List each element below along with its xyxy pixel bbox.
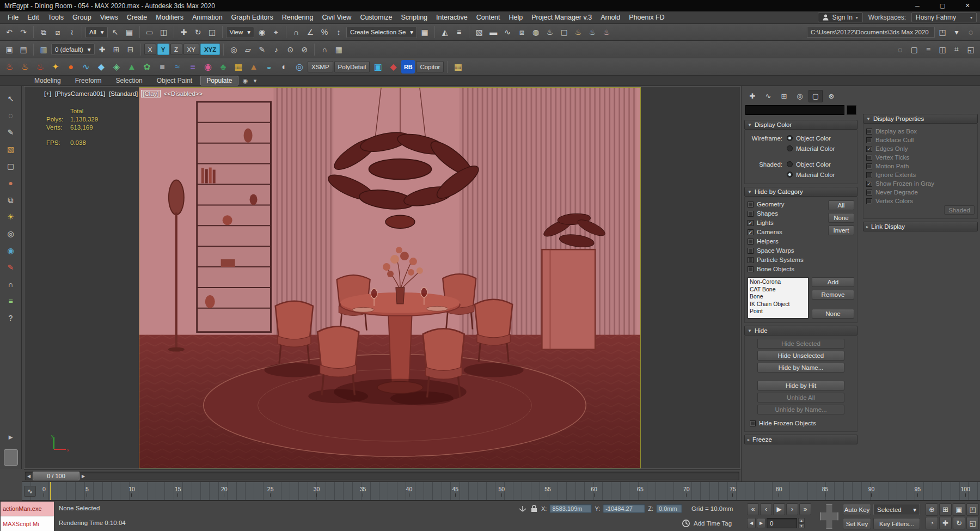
workspace-extra-icon[interactable]: ▾	[950, 26, 963, 39]
category-checkbox[interactable]: Lights	[748, 218, 825, 227]
create-new-layer-icon[interactable]: ✚	[96, 43, 109, 56]
plugin-burn-icon[interactable]: ♨	[33, 60, 47, 74]
schematic-view-icon[interactable]: ⧈	[515, 26, 528, 39]
rendered-frame-window-icon[interactable]: ▢	[558, 26, 571, 39]
plugin-terrain-icon[interactable]: ▲	[247, 60, 261, 74]
menu-item[interactable]: Edit	[23, 14, 44, 21]
category-list-item[interactable]: Bone	[750, 293, 806, 301]
maximize-viewport-toggle-icon[interactable]: ◱	[966, 517, 979, 529]
axis-constraint-xy-button[interactable]: XY	[183, 44, 199, 55]
select-and-link-icon[interactable]: ⧉	[37, 26, 50, 39]
snaps-toggle-icon[interactable]: ∩	[290, 26, 303, 39]
plugin-spark-icon[interactable]: ✦	[48, 60, 63, 74]
strip-paint-icon[interactable]: ✎	[5, 261, 17, 273]
angle-snap-toggle-icon[interactable]: ∠	[304, 26, 317, 39]
viewport-menu-renderer[interactable]: [Standard]	[109, 90, 138, 97]
category-add-button[interactable]: Add	[812, 277, 854, 287]
menu-item[interactable]: Tools	[44, 14, 68, 21]
vertex-colors-shaded-button[interactable]: Shaded	[944, 205, 975, 215]
plugin-tree-icon[interactable]: ▲	[125, 60, 139, 74]
strip-script-icon[interactable]: ≡	[5, 295, 17, 307]
wireframe-material-color-radio[interactable]: Material Color	[787, 144, 854, 152]
plugin-fire-icon[interactable]: ♨	[3, 60, 17, 74]
workspace-dropdown[interactable]: Hosny Fahmy ▾	[911, 13, 977, 22]
category-listbox[interactable]: Non-CoronaCAT BoneBoneIK Chain ObjectPoi…	[748, 277, 808, 319]
reference-coordinate-system-dropdown[interactable]: View▾	[226, 27, 255, 38]
category-checkbox[interactable]: Geometry	[748, 200, 825, 209]
auto-key-button[interactable]: Auto Key	[843, 504, 871, 515]
redo-icon[interactable]: ↷	[17, 26, 30, 39]
category-remove-button[interactable]: Remove	[812, 290, 854, 300]
selection-lock-toggle-icon[interactable]: ▣	[3, 43, 16, 56]
menu-item[interactable]: Modifiers	[151, 14, 188, 21]
hide-header[interactable]: ▼Hide	[744, 326, 857, 335]
maximize-button[interactable]: ▢	[930, 0, 955, 11]
plugin-wire-icon[interactable]: ◐	[277, 60, 291, 74]
menu-item[interactable]: Project Manager v.3	[527, 14, 596, 21]
display-property-checkbox[interactable]: Backface Cull	[866, 136, 975, 144]
polydetail-button[interactable]: PolyDetail	[334, 61, 370, 72]
previous-frame-slider-button[interactable]: ◀	[25, 472, 33, 480]
mini-curve-editor-button[interactable]: ∿	[24, 486, 36, 497]
add-selection-to-layer-icon[interactable]: ⊞	[110, 43, 123, 56]
rectangular-selection-region-icon[interactable]: ▭	[143, 26, 156, 39]
plugin-forest-icon[interactable]: ♣	[216, 60, 230, 74]
transform-gizmo-icon[interactable]	[518, 504, 527, 513]
hide-frozen-objects-checkbox[interactable]: Hide Frozen Objects	[750, 419, 852, 428]
select-and-scale-icon[interactable]: ◲	[206, 26, 219, 39]
align-icon[interactable]: ≡	[452, 26, 465, 39]
render-iterative-icon[interactable]: ♨	[586, 26, 599, 39]
strip-cylinder-icon[interactable]: ▢	[5, 160, 17, 172]
category-list-item[interactable]: Point	[750, 308, 806, 315]
viewport-menu-shading[interactable]: [Clay]	[142, 90, 160, 97]
object-color-swatch[interactable]	[847, 105, 856, 115]
scene-states-icon[interactable]: ≡	[922, 43, 935, 56]
maxscript-mini-listener[interactable]: MAXScript Mi	[0, 516, 54, 531]
category-checkbox[interactable]: Shapes	[748, 209, 825, 218]
prosound-icon[interactable]: ♪	[270, 43, 283, 56]
menu-item[interactable]: Animation	[188, 14, 227, 21]
menu-item[interactable]: Create	[122, 14, 152, 21]
rb-renderboost-logo[interactable]: RB	[401, 60, 415, 74]
create-tab-icon[interactable]: ✚	[745, 90, 759, 102]
axis-constraint-z-button[interactable]: Z	[170, 44, 182, 55]
category-none-button[interactable]: None	[828, 213, 854, 223]
time-slider-track[interactable]: ◀ 0 / 100 ▶	[25, 472, 739, 480]
menu-item[interactable]: Group	[68, 14, 96, 21]
go-to-end-icon[interactable]: »	[799, 503, 811, 515]
select-objects-in-layer-icon[interactable]: ⊟	[124, 43, 137, 56]
strip-magnet-icon[interactable]: ∩	[5, 278, 17, 290]
zoom-region-icon[interactable]: ◰	[966, 503, 979, 516]
link-display-header[interactable]: ▸Link Display	[863, 222, 978, 231]
hide-button[interactable]: Hide by Name...	[757, 363, 844, 373]
plugin-monitor-icon[interactable]: ▣	[371, 60, 385, 74]
strip-select-icon[interactable]: ↖	[5, 93, 17, 105]
menu-item[interactable]: Graph Editors	[227, 14, 278, 21]
orbit-icon[interactable]: ↻	[953, 517, 965, 529]
plugin-ivy-icon[interactable]: ✿	[140, 60, 154, 74]
populate-options-icon[interactable]: ◉	[241, 77, 250, 84]
plugin-flame-icon[interactable]: ♨	[18, 60, 32, 74]
material-editor-icon[interactable]: ◍	[529, 26, 542, 39]
select-and-rotate-icon[interactable]: ↻	[192, 26, 205, 39]
display-tab-icon[interactable]: ▢	[808, 90, 823, 102]
strip-help-icon[interactable]: ?	[5, 312, 17, 324]
select-object-icon[interactable]: ↖	[109, 26, 122, 39]
menu-item[interactable]: Views	[96, 14, 122, 21]
time-tag[interactable]: Add Time Tag	[682, 519, 732, 528]
previous-frame-icon[interactable]: ‹	[760, 503, 772, 515]
close-button[interactable]: ✕	[955, 0, 980, 11]
hide-by-category-header[interactable]: ▼Hide by Category	[744, 187, 857, 197]
plugin-rock-icon[interactable]: ■	[155, 60, 169, 74]
strip-sphere-icon[interactable]: ●	[5, 177, 17, 189]
soft-selection-icon[interactable]: ◎	[227, 43, 240, 56]
use-pivot-point-center-icon[interactable]: ◉	[255, 26, 268, 39]
hide-button[interactable]: Hide Selected	[757, 339, 844, 349]
strip-material-icon[interactable]: ◉	[5, 245, 17, 257]
ortho-mode-icon[interactable]: ⊘	[298, 43, 311, 56]
display-property-checkbox[interactable]: Vertex Ticks	[866, 153, 975, 162]
play-animation-icon[interactable]: ▶	[773, 503, 785, 515]
next-frame-slider-button[interactable]: ▶	[79, 472, 87, 480]
category-checkbox[interactable]: Helpers	[748, 237, 825, 246]
plugin-scatter-icon[interactable]: ◈	[109, 60, 124, 74]
